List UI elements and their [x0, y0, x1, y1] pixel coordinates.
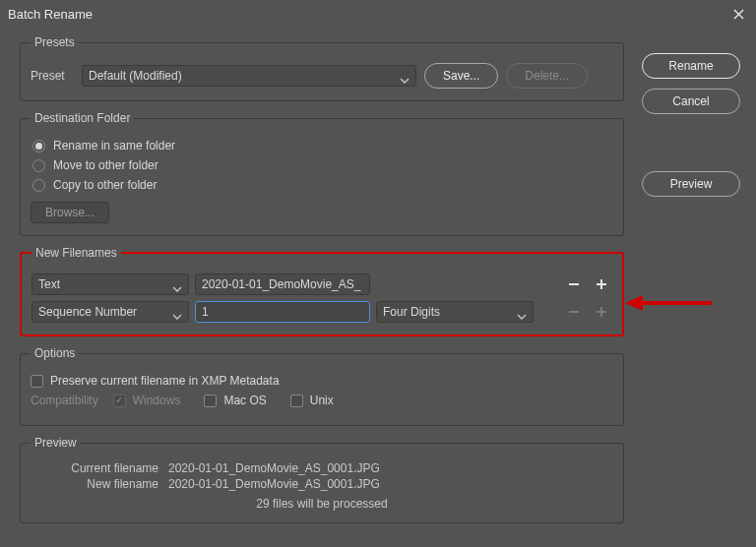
- row1-remove-button[interactable]: [563, 274, 585, 295]
- row1-type-dropdown[interactable]: Text: [32, 274, 189, 295]
- current-filename-value: 2020-01-01_DemoMovie_AS_0001.JPG: [168, 461, 613, 475]
- radio-icon: [32, 179, 45, 192]
- row2-remove-button: [563, 301, 585, 323]
- cancel-button[interactable]: Cancel: [642, 89, 740, 114]
- titlebar: Batch Rename: [0, 0, 756, 28]
- presets-legend: Presets: [31, 35, 79, 49]
- compat-label: Compatibility: [31, 394, 98, 407]
- file-count: 29 files will be processed: [31, 497, 613, 511]
- compat-unix-check[interactable]: [290, 395, 303, 407]
- compat-unix-label: Unix: [310, 394, 334, 407]
- destination-legend: Destination Folder: [31, 111, 134, 125]
- plus-icon: [595, 305, 608, 319]
- options-legend: Options: [31, 346, 79, 360]
- chevron-down-icon: [172, 281, 182, 287]
- checkbox-icon: [31, 375, 43, 388]
- destination-group: Destination Folder Rename in same folder…: [20, 111, 624, 236]
- action-column: Rename Cancel Preview: [642, 35, 740, 533]
- compat-windows-label: Windows: [133, 394, 181, 407]
- radio-label: Copy to other folder: [53, 178, 157, 192]
- options-group: Options Preserve current filename in XMP…: [20, 346, 624, 426]
- radio-icon: [32, 159, 45, 172]
- preview-group: Preview Current filename 2020-01-01_Demo…: [20, 436, 624, 523]
- preview-legend: Preview: [31, 436, 81, 450]
- minus-icon: [567, 305, 581, 319]
- radio-icon: [32, 140, 45, 152]
- new-filenames-group: New Filenames Text Sequence Number: [20, 246, 624, 336]
- chevron-down-icon: [400, 73, 410, 79]
- preset-label: Preset: [31, 69, 74, 83]
- compat-mac-check[interactable]: [204, 395, 217, 407]
- row2-type-dropdown[interactable]: Sequence Number: [32, 301, 189, 323]
- compat-mac-label: Mac OS: [223, 394, 266, 407]
- preset-selected: Default (Modified): [89, 69, 182, 83]
- preview-button[interactable]: Preview: [642, 171, 740, 197]
- preset-dropdown[interactable]: Default (Modified): [82, 65, 416, 87]
- presets-group: Presets Preset Default (Modified) Save..…: [20, 35, 624, 101]
- radio-label: Rename in same folder: [53, 139, 175, 152]
- filename-row-1: Text: [32, 274, 612, 295]
- radio-move-other[interactable]: Move to other folder: [32, 158, 613, 172]
- radio-copy-other[interactable]: Copy to other folder: [32, 178, 613, 192]
- row2-value-input[interactable]: [195, 301, 370, 323]
- close-icon: [733, 9, 744, 20]
- compat-row: Compatibility Windows Mac OS Unix: [31, 394, 613, 407]
- minus-icon: [567, 277, 581, 291]
- delete-preset-button: Delete...: [506, 63, 588, 89]
- rename-button[interactable]: Rename: [642, 53, 740, 79]
- filename-row-2: Sequence Number Four Digits: [32, 301, 612, 323]
- chevron-down-icon: [172, 309, 182, 315]
- row2-digits: Four Digits: [383, 305, 440, 319]
- row2-add-button: [591, 301, 612, 323]
- new-filename-label: New filename: [31, 477, 158, 491]
- radio-rename-same[interactable]: Rename in same folder: [32, 139, 613, 152]
- save-preset-button[interactable]: Save...: [424, 63, 498, 89]
- new-filename-value: 2020-01-01_DemoMovie_AS_0001.JPG: [168, 477, 613, 491]
- row1-type: Text: [38, 277, 60, 291]
- row2-type: Sequence Number: [38, 305, 137, 319]
- radio-label: Move to other folder: [53, 158, 158, 172]
- preserve-xmp-check[interactable]: Preserve current filename in XMP Metadat…: [31, 374, 613, 388]
- preserve-xmp-label: Preserve current filename in XMP Metadat…: [50, 374, 280, 388]
- window-title: Batch Rename: [8, 7, 93, 22]
- row1-value-input[interactable]: [195, 274, 370, 295]
- row1-add-button[interactable]: [591, 274, 612, 295]
- current-filename-label: Current filename: [31, 461, 158, 475]
- new-filenames-legend: New Filenames: [32, 246, 121, 260]
- compat-windows-check: [113, 395, 126, 407]
- browse-button: Browse...: [31, 202, 109, 223]
- plus-icon: [595, 277, 608, 291]
- row2-digits-dropdown[interactable]: Four Digits: [376, 301, 534, 323]
- chevron-down-icon: [517, 309, 527, 315]
- close-button[interactable]: [728, 4, 748, 24]
